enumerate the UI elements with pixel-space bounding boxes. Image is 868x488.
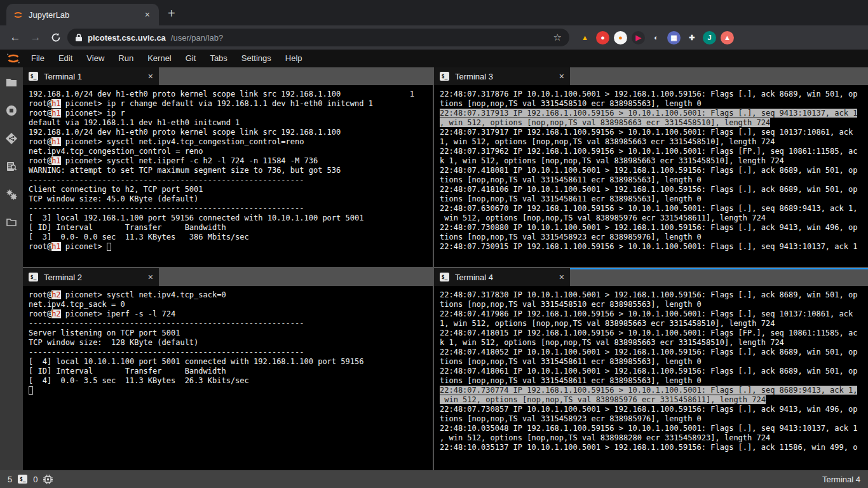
tab-terminal-4[interactable]: $_ Terminal 4 × <box>434 268 570 286</box>
terminal-line: tions [nop,nop,TS val 3315458611 ecr 838… <box>440 175 868 185</box>
close-icon[interactable]: × <box>559 272 564 282</box>
terminal-line: net.ipv4.tcp_sack = 0 <box>29 300 433 309</box>
extension-manager-icon[interactable] <box>5 216 18 229</box>
terminal-line: ----------------------------------------… <box>29 175 433 185</box>
terminal-icon: $_ <box>440 72 449 81</box>
menu-view[interactable]: View <box>79 50 111 67</box>
terminal-line: 22:48:07.730774 IP 192.168.1.100.59156 >… <box>440 386 868 395</box>
terminal-line: 22:48:07.418061 IP 10.10.1.100.5001 > 19… <box>440 367 868 376</box>
tab-terminal-2[interactable]: $_ Terminal 2 × <box>23 268 159 286</box>
terminals-count[interactable]: 5 <box>8 475 12 484</box>
drive-extension-icon[interactable]: ▲ <box>578 31 592 44</box>
terminal-cursor <box>29 386 33 395</box>
reload-icon[interactable] <box>47 29 65 46</box>
terminal-line: 22:48:07.317917 IP 192.168.1.100.59156 >… <box>440 128 868 137</box>
terminal-line: tions [nop,nop,TS val 3315458611 ecr 838… <box>440 376 868 386</box>
play-extension-icon[interactable]: ▶ <box>632 31 645 44</box>
terminal-line: 22:48:07.418106 IP 10.10.1.100.5001 > 19… <box>440 185 868 194</box>
tab-title: Terminal 2 <box>44 273 142 282</box>
menu-run[interactable]: Run <box>111 50 140 67</box>
browser-tab-close-icon[interactable]: × <box>142 10 153 20</box>
kernel-chip-icon[interactable] <box>43 475 53 484</box>
terminal-line: root@h1 piconet> ip r change default via… <box>29 99 433 109</box>
close-icon[interactable]: × <box>559 71 564 81</box>
terminal-line: 22:48:07.418052 IP 10.10.1.100.5001 > 19… <box>440 348 868 357</box>
file-browser-icon[interactable] <box>5 76 18 89</box>
close-icon[interactable]: × <box>148 272 153 282</box>
terminal-line: WARNING: attempt to set TCP maximum segm… <box>29 166 433 175</box>
browser-tab[interactable]: JupyterLab × <box>6 4 159 25</box>
menu-tabs[interactable]: Tabs <box>203 50 234 67</box>
prompt-host: h1 <box>51 137 60 146</box>
url-path: /user/pan/lab? <box>171 33 223 43</box>
terminal-status-icon[interactable]: $_ <box>18 475 27 484</box>
terminal-line: 22:48:10.035137 IP 10.10.1.100.5001 > 19… <box>440 443 868 452</box>
prompt-host: h2 <box>51 309 60 318</box>
terminal-line: [ ID] Interval Transfer Bandwidth <box>29 367 433 376</box>
terminal-line: 22:48:07.730857 IP 10.10.1.100.5001 > 19… <box>440 405 868 414</box>
terminal-line: , win 512, options [nop,nop,TS val 83898… <box>440 433 868 443</box>
terminal-line: root@h1 piconet> ip r <box>29 109 433 118</box>
prompt-host: h1 <box>51 242 60 251</box>
terminal-line: 22:48:07.730880 IP 10.10.1.100.5001 > 19… <box>440 223 868 233</box>
menu-settings[interactable]: Settings <box>234 50 278 67</box>
address-bar[interactable]: picotest.csc.uvic.ca/user/pan/lab? ☆ <box>67 29 569 46</box>
running-sessions-icon[interactable] <box>5 104 18 117</box>
profile-avatar[interactable]: J <box>703 31 716 44</box>
terminal-icon: $_ <box>440 273 449 281</box>
menu-kernel[interactable]: Kernel <box>140 50 179 67</box>
tab-title: Terminal 1 <box>44 72 142 81</box>
dark-mode-extension-icon[interactable]: ◐ <box>649 31 663 44</box>
terminal-line: 192.168.1.0/24 dev h1-eth0 proto kernel … <box>29 90 433 99</box>
terminal-line: 1, win 512, options [nop,nop,TS val 8389… <box>440 319 868 329</box>
terminal-line: 22:48:07.317913 IP 192.168.1.100.59156 >… <box>440 109 868 118</box>
egg-extension-icon[interactable]: ● <box>614 31 627 44</box>
terminal-line: default via 192.168.1.1 dev h1-eth0 init… <box>29 118 433 128</box>
terminal-line: win 512, options [nop,nop,TS val 8389859… <box>440 214 868 223</box>
update-browser-icon[interactable]: ▲ <box>721 31 734 44</box>
terminal-cursor <box>107 243 111 251</box>
table-of-contents-icon[interactable] <box>5 160 18 173</box>
terminal-1-tabbar: $_ Terminal 1 × <box>23 67 433 85</box>
terminal-line: , win 512, options [nop,nop,TS val 83898… <box>440 118 868 128</box>
menu-file[interactable]: File <box>24 50 51 67</box>
terminal-line: TCP window size: 45.0 KByte (default) <box>29 194 433 204</box>
terminal-line: 22:48:07.317830 IP 10.10.1.100.5001 > 19… <box>440 290 868 300</box>
terminal-2-panel: $_ Terminal 2 × root@h2 piconet> sysctl … <box>23 268 433 470</box>
terminal-4-output[interactable]: 22:48:07.317830 IP 10.10.1.100.5001 > 19… <box>434 286 868 470</box>
menu-git[interactable]: Git <box>179 50 203 67</box>
terminal-1-panel: $_ Terminal 1 × 192.168.1.0/24 dev h1-et… <box>23 67 433 267</box>
forward-icon[interactable]: → <box>27 29 44 46</box>
puzzle-extensions-icon[interactable]: ✚ <box>685 31 698 44</box>
terminal-line: win 512, options [nop,nop,TS val 8389859… <box>440 395 868 405</box>
terminal-line: root@h2 piconet> iperf -s -l 724 <box>29 309 433 319</box>
adblock-extension-icon[interactable]: ● <box>596 31 609 44</box>
git-icon[interactable] <box>5 132 18 145</box>
terminal-3-output[interactable]: 22:48:07.317876 IP 10.10.1.100.5001 > 19… <box>434 85 868 267</box>
url-host: picotest.csc.uvic.ca <box>88 33 166 43</box>
grid-extension-icon[interactable]: ▦ <box>667 31 681 44</box>
terminal-line: 22:48:07.417986 IP 192.168.1.100.59156 >… <box>440 309 868 319</box>
terminal-1-output[interactable]: 192.168.1.0/24 dev h1-eth0 proto kernel … <box>23 85 433 267</box>
terminal-line: 22:48:07.630670 IP 192.168.1.100.59156 >… <box>440 204 868 214</box>
terminal-line: 192.168.1.0/24 dev h1-eth0 proto kernel … <box>29 128 433 137</box>
selected-text: win 512, options [nop,nop,TS val 8389859… <box>440 395 766 404</box>
menu-edit[interactable]: Edit <box>51 50 79 67</box>
browser-tab-title: JupyterLab <box>29 10 137 20</box>
terminal-2-output[interactable]: root@h2 piconet> sysctl net.ipv4.tcp_sac… <box>23 286 433 470</box>
terminal-line: ----------------------------------------… <box>29 348 433 357</box>
close-icon[interactable]: × <box>148 71 153 81</box>
tab-title: Terminal 4 <box>455 273 553 282</box>
menu-help[interactable]: Help <box>278 50 309 67</box>
terminal-line: tions [nop,nop,TS val 3315458611 ecr 838… <box>440 194 868 204</box>
terminal-line <box>29 386 433 395</box>
kernels-count[interactable]: 0 <box>33 475 37 484</box>
settings-gears-icon[interactable] <box>5 188 18 201</box>
bookmark-star-icon[interactable]: ☆ <box>553 32 562 43</box>
back-icon[interactable]: ← <box>6 29 24 46</box>
tab-terminal-3[interactable]: $_ Terminal 3 × <box>434 67 570 85</box>
new-tab-button[interactable]: + <box>159 1 184 25</box>
terminal-line: [ 3] local 192.168.1.100 port 59156 conn… <box>29 214 433 223</box>
terminal-line: 22:48:07.317962 IP 192.168.1.100.59156 >… <box>440 147 868 156</box>
tab-terminal-1[interactable]: $_ Terminal 1 × <box>23 67 159 85</box>
